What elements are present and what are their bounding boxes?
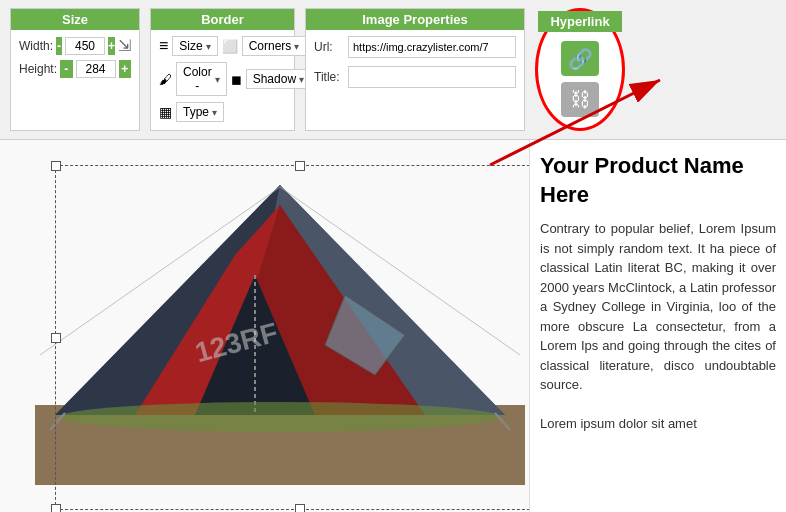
link-icon: 🔗 — [568, 47, 593, 71]
tent-image[interactable]: 123RF — [35, 155, 495, 485]
type-dropdown-button[interactable]: Type ▾ — [176, 102, 224, 122]
height-row: Height: - + — [19, 60, 131, 78]
title-input[interactable] — [348, 66, 516, 88]
product-title-text: Your Product Name Here — [540, 153, 744, 207]
url-input[interactable] — [348, 36, 516, 58]
width-input[interactable] — [65, 37, 105, 55]
handle-bottom-middle[interactable] — [295, 504, 305, 512]
size-panel-header: Size — [11, 9, 139, 30]
border-panel-header: Border — [151, 9, 294, 30]
handle-middle-left[interactable] — [51, 333, 61, 343]
size-icon — [159, 37, 168, 55]
size-dropdown-label: Size — [179, 39, 202, 53]
color-icon — [159, 72, 172, 87]
hyperlink-panel: Hyperlink 🔗 ⛓ — [535, 8, 625, 131]
width-decrement-button[interactable]: - — [56, 37, 62, 55]
product-title: Your Product Name Here — [540, 152, 776, 209]
width-row: Width: - + — [19, 36, 131, 55]
url-row: Url: — [314, 36, 516, 58]
image-properties-panel: Image Properties Url: Title: — [305, 8, 525, 131]
color-dropdown-arrow: ▾ — [215, 74, 220, 85]
border-panel: Border Size ▾ Corners ▾ Color - ▾ Shadow… — [150, 8, 295, 131]
type-dropdown-arrow: ▾ — [212, 107, 217, 118]
color-row: Color - ▾ Shadow ▾ — [159, 62, 286, 96]
corners-dropdown-label: Corners — [249, 39, 292, 53]
height-label: Height: — [19, 62, 57, 76]
width-label: Width: — [19, 39, 53, 53]
unlink-icon: ⛓ — [570, 88, 590, 111]
shadow-dropdown-arrow: ▾ — [299, 74, 304, 85]
toolbar: Size Width: - + Height: - + Border Size … — [0, 0, 786, 140]
color-dropdown-button[interactable]: Color - ▾ — [176, 62, 227, 96]
shadow-icon — [231, 72, 242, 87]
width-increment-button[interactable]: + — [108, 37, 115, 55]
corners-dropdown-arrow: ▾ — [294, 41, 299, 52]
resize-icon — [118, 36, 131, 55]
size-dropdown-button[interactable]: Size ▾ — [172, 36, 217, 56]
image-props-header: Image Properties — [306, 9, 524, 30]
link-button[interactable]: 🔗 — [561, 41, 599, 76]
selection-box — [55, 165, 531, 510]
height-decrement-button[interactable]: - — [60, 60, 73, 78]
title-row: Title: — [314, 66, 516, 88]
corners-icon — [222, 39, 238, 54]
color-dropdown-label: Color - — [183, 65, 212, 93]
size-dropdown-arrow: ▾ — [206, 41, 211, 52]
type-icon — [159, 104, 172, 120]
content-area: 123RF Your Product Name Here Contrary to… — [0, 140, 786, 512]
handle-bottom-left[interactable] — [51, 504, 61, 512]
product-description: Contrary to popular belief, Lorem Ipsum … — [540, 219, 776, 434]
shadow-dropdown-button[interactable]: Shadow ▾ — [246, 69, 311, 89]
size-row: Size ▾ Corners ▾ — [159, 36, 286, 56]
title-label: Title: — [314, 70, 342, 84]
url-label: Url: — [314, 40, 342, 54]
handle-top-left[interactable] — [51, 161, 61, 171]
size-panel: Size Width: - + Height: - + — [10, 8, 140, 131]
image-container: 123RF — [0, 140, 530, 512]
hyperlink-panel-header: Hyperlink — [538, 11, 622, 32]
shadow-dropdown-label: Shadow — [253, 72, 296, 86]
text-panel: Your Product Name Here Contrary to popul… — [530, 140, 786, 512]
type-dropdown-label: Type — [183, 105, 209, 119]
handle-top-middle[interactable] — [295, 161, 305, 171]
corners-dropdown-button[interactable]: Corners ▾ — [242, 36, 307, 56]
unlink-button[interactable]: ⛓ — [561, 82, 599, 117]
height-increment-button[interactable]: + — [119, 60, 132, 78]
type-row: Type ▾ — [159, 102, 286, 122]
height-input[interactable] — [76, 60, 116, 78]
